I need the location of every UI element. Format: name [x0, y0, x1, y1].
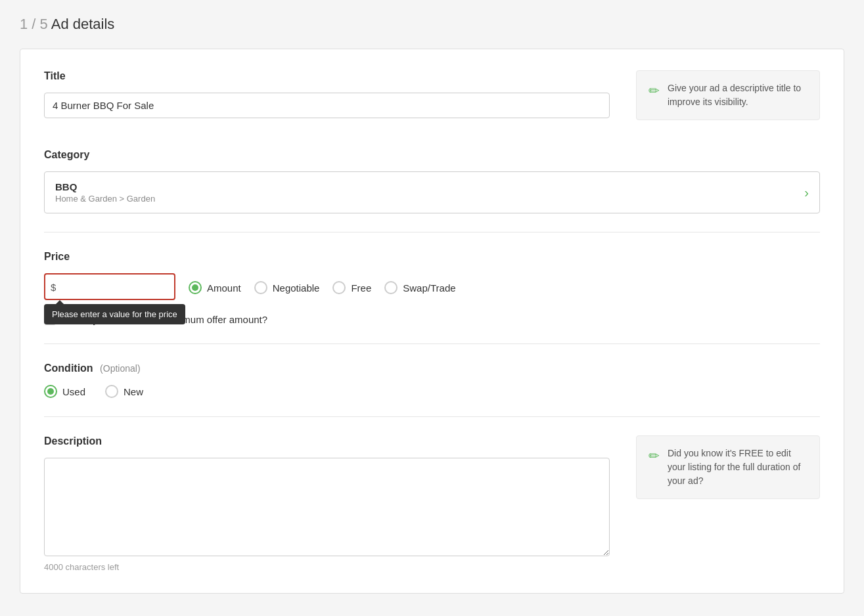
radio-free-input[interactable] [332, 281, 346, 294]
step-number: 1 / 5 [20, 16, 48, 32]
radio-free-label: Free [351, 282, 371, 294]
pencil-icon: ✏ [648, 83, 660, 99]
step-title: 1 / 5 Ad details [20, 16, 844, 33]
price-label: Price [44, 251, 820, 263]
page-title: Ad details [51, 16, 115, 32]
category-name: BBQ [55, 181, 155, 192]
radio-free[interactable]: Free [332, 281, 371, 294]
radio-new[interactable]: New [105, 385, 143, 398]
radio-used-label: Used [62, 386, 85, 397]
divider-3 [44, 416, 820, 417]
title-hint-box: ✏ Give your ad a descriptive title to im… [636, 70, 820, 120]
radio-amount[interactable]: Amount [189, 281, 241, 294]
description-hint-area: ✏ Did you know it's FREE to edit your li… [636, 435, 820, 512]
char-count: 4000 characters left [44, 562, 610, 572]
condition-section: Condition (Optional) Used New [44, 363, 820, 398]
main-card: Title ✏ Give your ad a descriptive title… [20, 49, 844, 594]
radio-swap[interactable]: Swap/Trade [384, 281, 455, 294]
price-section: Price $ Please enter a value for the pri… [44, 251, 820, 325]
radio-negotiable-input[interactable] [254, 281, 267, 294]
category-info: BBQ Home & Garden > Garden [55, 181, 155, 204]
condition-label: Condition (Optional) [44, 363, 820, 374]
title-hint-text: Give your ad a descriptive title to impr… [668, 81, 807, 109]
radio-used[interactable]: Used [44, 385, 85, 398]
description-label: Description [44, 435, 610, 447]
title-form-left: Title [44, 70, 610, 118]
category-label: Category [44, 149, 820, 161]
chevron-right-icon: › [804, 185, 809, 200]
radio-swap-input[interactable] [384, 281, 398, 294]
title-section: Title ✏ Give your ad a descriptive title… [44, 70, 820, 133]
price-options: Amount Negotiable Free Swap/Trade [189, 273, 456, 294]
category-selector[interactable]: BBQ Home & Garden > Garden › [44, 171, 820, 213]
condition-options: Used New [44, 385, 820, 398]
description-textarea[interactable] [44, 458, 610, 556]
radio-new-input[interactable] [105, 385, 118, 398]
radio-swap-label: Swap/Trade [403, 282, 455, 294]
price-tooltip: Please enter a value for the price [44, 304, 185, 324]
radio-negotiable[interactable]: Negotiable [254, 281, 320, 294]
description-form-left: Description 4000 characters left [44, 435, 610, 572]
condition-optional: (Optional) [100, 363, 140, 374]
radio-amount-input[interactable] [189, 281, 202, 294]
price-input[interactable] [44, 273, 175, 300]
radio-used-input[interactable] [44, 385, 57, 398]
price-row: $ Please enter a value for the price Amo… [44, 273, 820, 300]
category-path: Home & Garden > Garden [55, 194, 155, 204]
pencil-icon-2: ✏ [648, 448, 660, 464]
description-hint-box: ✏ Did you know it's FREE to edit your li… [636, 435, 820, 499]
category-section: Category BBQ Home & Garden > Garden › [44, 149, 820, 213]
price-input-container: $ Please enter a value for the price [44, 273, 175, 300]
radio-amount-label: Amount [207, 282, 241, 294]
divider-1 [44, 232, 820, 232]
description-hint-text: Did you know it's FREE to edit your list… [668, 447, 807, 488]
description-section: Description 4000 characters left ✏ Did y… [44, 435, 820, 572]
title-hint-area: ✏ Give your ad a descriptive title to im… [636, 70, 820, 133]
divider-2 [44, 343, 820, 344]
radio-negotiable-label: Negotiable [273, 282, 320, 294]
title-input[interactable] [44, 93, 610, 118]
title-label: Title [44, 70, 610, 82]
radio-new-label: New [124, 386, 143, 397]
